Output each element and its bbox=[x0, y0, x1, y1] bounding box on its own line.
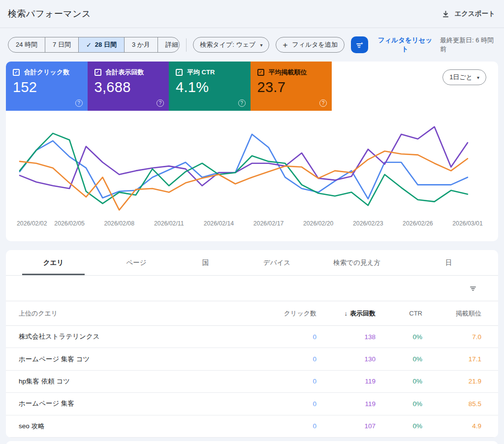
position-cell: 21.9 bbox=[422, 378, 481, 385]
clicks-cell: 0 bbox=[257, 378, 316, 385]
date-range-group: 24 時間 7 日間 ✓ 28 日間 3 か月 詳細 ▾ bbox=[8, 37, 180, 53]
ai-filter-button[interactable] bbox=[351, 36, 368, 53]
x-axis-label: 2026/02/14 bbox=[204, 220, 234, 227]
series-line-合計クリック数 bbox=[20, 134, 468, 199]
query-cell[interactable]: seo 攻略 bbox=[19, 422, 257, 431]
x-axis-label: 2026/03/01 bbox=[452, 220, 483, 227]
x-axis-label: 2026/02/05 bbox=[54, 220, 85, 227]
clicks-cell: 0 bbox=[257, 355, 316, 363]
metric-label: 平均掲載順位 bbox=[269, 68, 307, 77]
metric-tile-ctr[interactable]: ✓ 平均 CTR 4.1% ? bbox=[169, 62, 251, 111]
x-axis-label: 2026/02/02 bbox=[17, 220, 47, 227]
impressions-cell: 119 bbox=[316, 378, 376, 385]
add-filter-chip[interactable]: + フィルタを追加 bbox=[276, 37, 344, 53]
query-cell[interactable]: 株式会社ストラテリンクス bbox=[19, 332, 257, 341]
position-cell: 7.0 bbox=[422, 333, 481, 341]
column-header-clicks[interactable]: クリック数 bbox=[257, 309, 316, 318]
x-axis-label: 2026/02/11 bbox=[154, 220, 184, 227]
next-card-edge bbox=[6, 441, 498, 444]
table-row[interactable]: seo 攻略 0 107 0% 4.9 bbox=[6, 415, 498, 438]
performance-line-chart[interactable]: 2026/02/022026/02/052026/02/082026/02/11… bbox=[6, 111, 498, 241]
table-row[interactable]: ホームページ 集客 0 119 0% 85.5 bbox=[6, 393, 498, 415]
metric-label: 合計クリック数 bbox=[24, 68, 69, 77]
granularity-dropdown[interactable]: 1日ごと ▾ bbox=[442, 69, 486, 85]
ctr-cell: 0% bbox=[376, 333, 422, 341]
export-button[interactable]: エクスポート bbox=[441, 9, 495, 18]
metric-label: 平均 CTR bbox=[187, 68, 215, 77]
help-icon[interactable]: ? bbox=[319, 99, 327, 107]
clicks-cell: 0 bbox=[257, 333, 316, 341]
filter-list-icon[interactable] bbox=[469, 284, 477, 293]
filter-sparkle-icon bbox=[355, 40, 364, 50]
export-label: エクスポート bbox=[454, 9, 495, 18]
clicks-cell: 0 bbox=[257, 400, 316, 408]
chevron-down-icon: ▾ bbox=[260, 42, 262, 48]
help-icon[interactable]: ? bbox=[157, 99, 164, 107]
metric-value: 23.7 bbox=[257, 79, 325, 95]
ctr-cell: 0% bbox=[376, 400, 422, 408]
query-cell[interactable]: ホームページ 集客 コツ bbox=[19, 355, 257, 364]
page-title: 検索パフォーマンス bbox=[8, 8, 91, 20]
download-icon bbox=[441, 10, 450, 18]
impressions-cell: 107 bbox=[316, 422, 376, 430]
tab-countries[interactable]: 国 bbox=[172, 250, 239, 275]
query-cell[interactable]: ホームページ 集客 bbox=[19, 399, 257, 408]
checkbox-checked-icon[interactable]: ✓ bbox=[94, 69, 101, 76]
x-axis-label: 2026/02/20 bbox=[303, 220, 334, 227]
range-7d[interactable]: 7 日間 bbox=[45, 37, 78, 52]
tab-dates[interactable]: 日 bbox=[399, 250, 498, 275]
query-cell[interactable]: hp集客 依頼 コツ bbox=[19, 377, 257, 386]
dimensions-table-card: クエリ ページ 国 デバイス 検索での見え方 日 上位のクエリ クリック数 ↓表… bbox=[6, 250, 498, 438]
column-header-ctr[interactable]: CTR bbox=[376, 310, 422, 317]
ctr-cell: 0% bbox=[376, 378, 422, 385]
ctr-cell: 0% bbox=[376, 355, 422, 363]
clicks-cell: 0 bbox=[257, 422, 316, 430]
table-row[interactable]: hp集客 依頼 コツ 0 119 0% 21.9 bbox=[6, 371, 498, 393]
dimension-tabs: クエリ ページ 国 デバイス 検索での見え方 日 bbox=[6, 250, 498, 276]
metric-tile-clicks[interactable]: ✓ 合計クリック数 152 ? bbox=[6, 62, 88, 111]
tab-devices[interactable]: デバイス bbox=[239, 250, 315, 275]
metric-tile-position[interactable]: ✓ 平均掲載順位 23.7 ? bbox=[251, 62, 332, 111]
tab-search-appearance[interactable]: 検索での見え方 bbox=[315, 250, 399, 275]
ctr-cell: 0% bbox=[376, 422, 422, 430]
tab-queries[interactable]: クエリ bbox=[6, 250, 101, 275]
tab-pages[interactable]: ページ bbox=[101, 250, 172, 275]
divider bbox=[186, 38, 187, 52]
column-header-query[interactable]: 上位のクエリ bbox=[19, 309, 257, 318]
column-header-position[interactable]: 掲載順位 bbox=[422, 309, 481, 318]
top-bar: 検索パフォーマンス エクスポート bbox=[0, 0, 504, 28]
impressions-cell: 119 bbox=[316, 400, 376, 408]
metric-tile-impressions[interactable]: ✓ 合計表示回数 3,688 ? bbox=[88, 62, 169, 111]
help-icon[interactable]: ? bbox=[238, 99, 246, 107]
reset-filters-link[interactable]: フィルタをリセット bbox=[377, 36, 434, 54]
range-more[interactable]: 詳細 ▾ bbox=[158, 37, 180, 52]
checkbox-checked-icon[interactable]: ✓ bbox=[176, 69, 183, 76]
position-cell: 85.5 bbox=[422, 400, 481, 408]
last-updated-text: 最終更新日: 6 時間前 bbox=[440, 36, 496, 54]
metric-tiles: ✓ 合計クリック数 152 ? ✓ 合計表示回数 3,688 ? ✓ 平均 CT… bbox=[6, 62, 332, 111]
plus-icon: + bbox=[283, 41, 287, 49]
position-cell: 4.9 bbox=[422, 422, 481, 430]
metric-value: 152 bbox=[13, 79, 81, 95]
filter-bar: 24 時間 7 日間 ✓ 28 日間 3 か月 詳細 ▾ 検索タイプ: ウェブ … bbox=[0, 28, 504, 54]
column-header-impressions[interactable]: ↓表示回数 bbox=[316, 309, 376, 318]
chevron-down-icon: ▾ bbox=[477, 75, 479, 80]
search-type-chip[interactable]: 検索タイプ: ウェブ ▾ bbox=[193, 37, 269, 53]
impressions-cell: 130 bbox=[316, 355, 376, 363]
series-line-平均掲載順位 bbox=[20, 151, 468, 210]
table-row[interactable]: 株式会社ストラテリンクス 0 138 0% 7.0 bbox=[6, 326, 498, 348]
range-28d-selected[interactable]: ✓ 28 日間 bbox=[78, 37, 124, 52]
table-filter-row bbox=[6, 276, 498, 301]
help-icon[interactable]: ? bbox=[75, 99, 83, 107]
x-axis-label: 2026/02/23 bbox=[353, 220, 383, 227]
range-3m[interactable]: 3 か月 bbox=[124, 37, 158, 52]
check-icon: ✓ bbox=[86, 41, 92, 49]
table-row[interactable]: ホームページ 集客 コツ 0 130 0% 17.1 bbox=[6, 348, 498, 370]
metric-value: 3,688 bbox=[94, 79, 162, 95]
checkbox-checked-icon[interactable]: ✓ bbox=[257, 69, 264, 76]
x-axis-label: 2026/02/08 bbox=[104, 220, 134, 227]
performance-chart-card: ✓ 合計クリック数 152 ? ✓ 合計表示回数 3,688 ? ✓ 平均 CT… bbox=[6, 62, 498, 241]
range-24h[interactable]: 24 時間 bbox=[8, 37, 45, 52]
series-line-合計表示回数 bbox=[20, 127, 468, 189]
checkbox-checked-icon[interactable]: ✓ bbox=[13, 69, 20, 76]
